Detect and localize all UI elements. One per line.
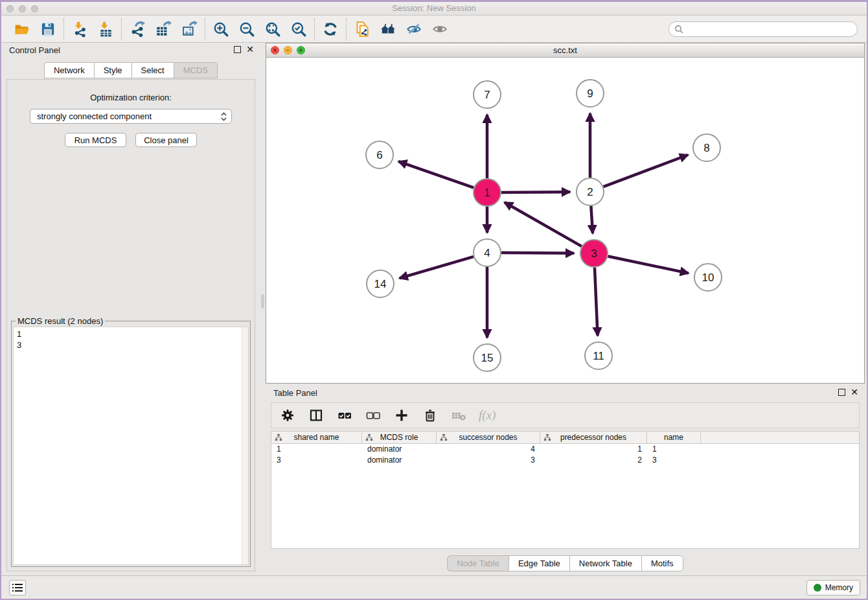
graph-node-6[interactable]: 6 [366, 141, 393, 168]
first-neighbors-icon[interactable] [379, 20, 397, 38]
cell-successor-nodes[interactable]: 4 [437, 444, 540, 455]
toggle-graphics-details-icon[interactable] [405, 20, 423, 38]
delete-columns-icon[interactable] [422, 407, 439, 424]
tab-mcds[interactable]: MCDS [174, 62, 218, 78]
cell-predecessor-nodes[interactable]: 2 [540, 455, 647, 466]
list-icon [12, 583, 23, 592]
delete-table-icon[interactable] [450, 407, 467, 424]
unselect-all-columns-icon[interactable] [365, 407, 382, 424]
search-icon [674, 25, 683, 34]
zoom-fit-icon[interactable] [264, 20, 282, 38]
close-panel-icon[interactable]: ✕ [246, 46, 254, 53]
search-field[interactable] [668, 21, 858, 37]
duplicate-network-icon[interactable] [353, 20, 371, 38]
cell-name[interactable]: 3 [647, 455, 701, 466]
table-row[interactable]: 1 dominator 4 1 1 [271, 444, 859, 455]
criterion-select[interactable]: strongly connected component [30, 109, 232, 124]
graph-node-1[interactable]: 1 [474, 179, 501, 206]
show-hide-panels-icon[interactable] [431, 20, 449, 38]
cell-name[interactable]: 1 [647, 444, 701, 455]
edge-4-3[interactable] [501, 253, 574, 253]
refresh-network-icon[interactable] [321, 20, 339, 38]
table-header-row: shared name MCDS role successor nodes [271, 432, 859, 444]
graph-node-7[interactable]: 7 [474, 81, 501, 108]
cell-shared-name[interactable]: 3 [271, 455, 362, 466]
result-scrollbar[interactable] [242, 327, 248, 564]
cell-successor-nodes[interactable]: 3 [437, 455, 540, 466]
control-panel: Control Panel ✕ Network Style Select MCD… [1, 43, 260, 577]
search-input[interactable] [687, 25, 852, 34]
import-network-icon[interactable] [71, 20, 89, 38]
export-network-icon[interactable] [128, 20, 146, 38]
close-table-panel-icon[interactable]: ✕ [851, 389, 858, 396]
cell-mcds-role[interactable]: dominator [362, 455, 437, 466]
float-panel-icon[interactable] [234, 46, 241, 53]
column-header-predecessor-nodes[interactable]: predecessor nodes [540, 432, 647, 443]
application-window: Session: New Session [0, 0, 868, 600]
edge-3-1[interactable] [505, 202, 582, 246]
network-graph[interactable]: 7968124314101511 [266, 58, 864, 383]
zoom-in-icon[interactable] [212, 20, 230, 38]
graph-node-9[interactable]: 9 [577, 80, 604, 107]
function-builder-icon[interactable]: f(x) [479, 408, 496, 422]
table-row[interactable]: 3 dominator 3 2 3 [271, 455, 859, 466]
tab-node-table[interactable]: Node Table [447, 555, 508, 571]
network-window-titlebar[interactable]: ✕ − + scc.txt [266, 43, 864, 58]
panel-splitter[interactable] [260, 43, 266, 577]
edge-3-11[interactable] [595, 268, 598, 336]
criterion-selected-value: strongly connected component [37, 111, 220, 121]
tab-edge-table[interactable]: Edge Table [508, 555, 569, 571]
memory-button[interactable]: Memory [806, 580, 860, 595]
add-column-icon[interactable] [393, 407, 410, 424]
node-label: 9 [587, 87, 593, 100]
float-table-panel-icon[interactable] [838, 389, 845, 396]
edge-1-6[interactable] [398, 161, 474, 188]
node-label: 6 [376, 149, 382, 161]
graph-node-8[interactable]: 8 [693, 134, 720, 161]
network-canvas[interactable]: 7968124314101511 [266, 58, 864, 383]
cell-predecessor-nodes[interactable]: 1 [540, 444, 647, 455]
cell-shared-name[interactable]: 1 [271, 444, 362, 455]
export-image-icon[interactable] [180, 20, 198, 38]
tab-select[interactable]: Select [131, 62, 174, 78]
task-history-button[interactable] [9, 580, 26, 595]
graph-node-2[interactable]: 2 [577, 178, 604, 205]
edge-1-2[interactable] [501, 192, 570, 192]
zoom-selected-icon[interactable] [290, 20, 308, 38]
select-all-columns-icon[interactable] [336, 407, 353, 424]
tab-network-table[interactable]: Network Table [569, 555, 641, 571]
cell-mcds-role[interactable]: dominator [362, 444, 437, 455]
memory-status-icon [814, 584, 821, 592]
edge-2-3[interactable] [591, 206, 593, 233]
tab-network[interactable]: Network [44, 62, 94, 78]
open-session-icon[interactable] [13, 20, 31, 38]
gear-icon[interactable] [279, 407, 296, 424]
close-panel-button[interactable]: Close panel [135, 133, 197, 147]
table-panel-title: Table Panel [273, 388, 317, 398]
graph-node-3[interactable]: 3 [580, 240, 608, 267]
control-panel-title: Control Panel [9, 45, 60, 55]
graph-node-15[interactable]: 15 [474, 344, 501, 371]
graph-node-4[interactable]: 4 [474, 239, 501, 266]
graph-node-10[interactable]: 10 [694, 264, 722, 291]
export-table-icon[interactable] [154, 20, 172, 38]
mcds-result-title: MCDS result (2 nodes) [16, 316, 105, 326]
splitter-handle[interactable] [261, 294, 264, 308]
mcds-result-box[interactable]: 1 3 [13, 327, 249, 565]
tab-motifs[interactable]: Motifs [641, 555, 683, 571]
split-panel-icon[interactable] [308, 407, 325, 424]
column-header-mcds-role[interactable]: MCDS role [362, 432, 437, 443]
graph-node-14[interactable]: 14 [367, 270, 394, 297]
tab-style[interactable]: Style [94, 62, 131, 78]
import-table-icon[interactable] [97, 20, 115, 38]
run-mcds-button[interactable]: Run MCDS [65, 133, 126, 147]
zoom-out-icon[interactable] [238, 20, 256, 38]
column-header-name[interactable]: name [647, 432, 701, 443]
graph-node-11[interactable]: 11 [585, 342, 612, 369]
edge-2-8[interactable] [604, 155, 688, 187]
edge-4-14[interactable] [400, 257, 474, 278]
column-header-shared-name[interactable]: shared name [271, 432, 362, 443]
edge-3-10[interactable] [608, 257, 689, 273]
save-session-icon[interactable] [39, 20, 57, 38]
column-header-successor-nodes[interactable]: successor nodes [437, 432, 540, 443]
